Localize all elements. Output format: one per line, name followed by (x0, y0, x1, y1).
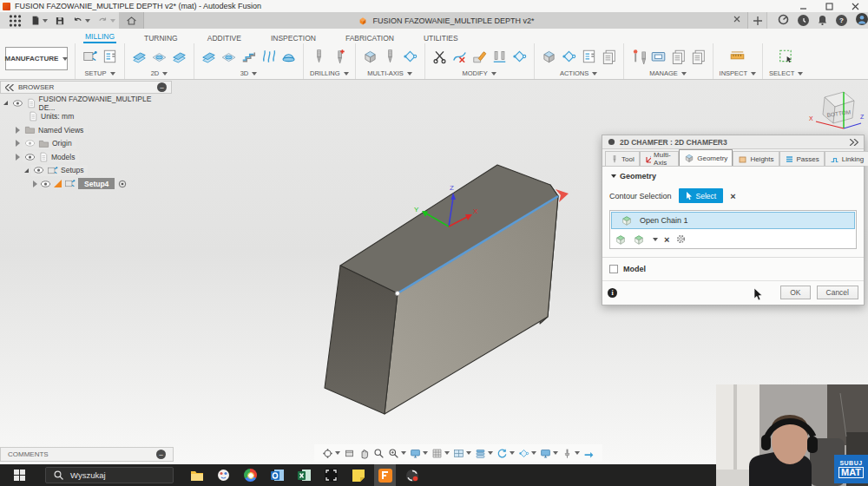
selection-item-open-chain[interactable]: Open Chain 1 (611, 212, 855, 229)
eye-icon[interactable] (40, 180, 51, 188)
group-setup-label[interactable]: SETUP (84, 69, 115, 77)
tree-row-named-views[interactable]: Named Views (0, 123, 172, 137)
screen-icon[interactable] (539, 444, 559, 462)
grid-settings-icon[interactable] (431, 444, 450, 462)
post-process-icon[interactable] (581, 49, 597, 64)
morphed-spiral-icon[interactable] (280, 49, 297, 64)
app-grid-menu-icon[interactable] (3, 12, 27, 29)
dialog-tab-heights[interactable]: Heights (733, 151, 779, 166)
model-checkbox[interactable] (609, 265, 618, 273)
dialog-header[interactable]: 2D CHAMFER : 2D CHAMFER3 (602, 135, 864, 149)
pan-icon[interactable] (358, 444, 371, 462)
chrome-icon[interactable] (243, 468, 258, 483)
origin-label[interactable]: Origin (52, 139, 72, 148)
maximize-button[interactable] (816, 0, 842, 12)
group-manage-label[interactable]: MANAGE (649, 69, 687, 77)
activate-target-icon[interactable] (117, 179, 128, 189)
file-menu-icon[interactable] (27, 12, 51, 29)
layers-icon[interactable] (474, 444, 494, 462)
notifications-bell-icon[interactable] (818, 13, 827, 29)
drill-icon[interactable] (311, 49, 327, 64)
adaptive-clearing-icon[interactable] (201, 49, 217, 64)
help-icon[interactable]: ? (836, 15, 847, 26)
tab-milling[interactable]: MILLING (83, 30, 116, 43)
undo-icon[interactable] (69, 12, 94, 29)
generate-icon[interactable] (541, 49, 557, 64)
gear-icon[interactable] (675, 233, 687, 245)
view-cube[interactable]: BOTTOM X Z (806, 85, 865, 135)
edit-toolpath-icon[interactable] (471, 49, 488, 64)
tool-change-icon[interactable] (491, 49, 508, 64)
2d-adaptive-icon[interactable] (131, 49, 148, 64)
start-button[interactable] (0, 470, 38, 481)
eye-icon[interactable] (24, 153, 36, 161)
recorder-app-icon[interactable] (404, 468, 419, 483)
zoom-window-icon[interactable] (387, 444, 407, 462)
multiaxis-contour-icon[interactable] (382, 49, 398, 64)
trim-toolpath-icon[interactable] (431, 49, 448, 64)
setup4-label[interactable]: Setup4 (78, 178, 115, 189)
cancel-button[interactable]: Cancel (817, 286, 858, 299)
group-inspect-label[interactable]: INSPECT (720, 69, 757, 77)
face-icon[interactable] (171, 49, 187, 64)
comments-expand-icon[interactable]: – (156, 450, 166, 459)
outlook-icon[interactable] (270, 468, 285, 483)
chain-options-caret[interactable] (653, 238, 658, 241)
expand-icon[interactable] (24, 168, 29, 173)
tree-row-setups[interactable]: Setups (0, 164, 172, 178)
tree-row-setup4[interactable]: Setup4 (0, 177, 172, 191)
job-status-icon[interactable] (778, 13, 789, 29)
simulate-view-icon[interactable] (517, 444, 537, 462)
group-actions-label[interactable]: ACTIONS (560, 69, 597, 77)
nc-program-icon[interactable] (102, 49, 118, 64)
simulate-icon[interactable] (561, 49, 577, 64)
bore-icon[interactable] (331, 49, 347, 64)
dialog-tab-multiaxis[interactable]: Multi-Axis (640, 151, 680, 166)
info-icon[interactable]: i (608, 288, 617, 298)
group-select-label[interactable]: SELECT (769, 69, 803, 77)
file-explorer-icon[interactable] (189, 468, 204, 483)
tree-row-root[interactable]: FUSION FAZOWANIE_MULTIPLE DE... (0, 96, 172, 110)
select-button[interactable]: Select (679, 188, 724, 203)
group-multiaxis-label[interactable]: MULTI-AXIS (367, 69, 412, 77)
setups-label[interactable]: Setups (61, 166, 83, 174)
workspace-selector[interactable]: MANUFACTURE (5, 47, 68, 70)
remove-chain-icon[interactable]: × (664, 234, 669, 245)
geometry-section-header[interactable]: Geometry (609, 172, 857, 181)
collapse-browser-icon[interactable] (5, 84, 14, 91)
browser-filter-icon[interactable]: – (157, 82, 167, 92)
machine-library-icon[interactable] (650, 49, 667, 64)
measure-icon[interactable] (729, 49, 746, 64)
dialog-tab-linking[interactable]: Linking (825, 151, 868, 166)
tree-row-units[interactable]: Units: mm (0, 110, 172, 124)
zoom-icon[interactable] (372, 444, 385, 462)
display-settings-icon[interactable] (409, 444, 429, 462)
rotary-icon[interactable] (402, 49, 418, 64)
clear-selection-icon[interactable]: × (730, 191, 735, 201)
new-tab-button[interactable] (748, 12, 767, 29)
dialog-tab-passes[interactable]: Passes (779, 151, 825, 166)
excel-icon[interactable] (297, 468, 312, 483)
tree-row-models[interactable]: Models (0, 150, 172, 164)
next-icon[interactable] (582, 444, 595, 462)
comments-bar[interactable]: COMMENTS – (0, 447, 174, 462)
tab-utilities[interactable]: UTILITIES (422, 32, 460, 43)
tab-inspection[interactable]: INSPECTION (269, 32, 318, 43)
dialog-expand-icon[interactable] (850, 139, 858, 146)
collapse-icon[interactable] (16, 127, 20, 134)
document-tab-close-icon[interactable] (733, 16, 740, 24)
tool-display-icon[interactable] (561, 444, 581, 462)
dialog-tab-tool[interactable]: Tool (605, 151, 640, 166)
post-library-icon[interactable] (670, 49, 687, 64)
collapse-icon[interactable] (33, 181, 37, 187)
tab-fabrication[interactable]: FABRICATION (344, 32, 396, 43)
collapse-icon[interactable] (16, 154, 20, 161)
delete-passes-icon[interactable] (451, 49, 468, 64)
2d-pocket-icon[interactable] (151, 49, 168, 64)
taskbar-search[interactable]: Wyszukaj (45, 467, 174, 483)
redo-icon[interactable] (94, 12, 119, 29)
chain-mode-icon[interactable] (615, 233, 627, 246)
tree-row-origin[interactable]: Origin (0, 137, 172, 151)
save-icon[interactable] (51, 12, 69, 29)
probe-icon[interactable] (630, 49, 647, 64)
